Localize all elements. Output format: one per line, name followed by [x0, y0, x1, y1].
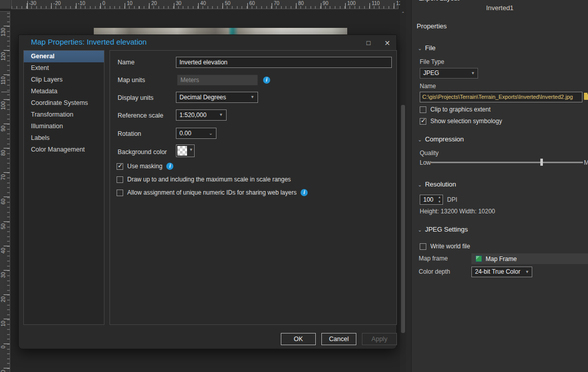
compression-section-header[interactable]: ⌄Compression — [418, 135, 464, 143]
quality-label: Quality — [420, 150, 438, 157]
v-ruler-label: 80 — [1, 150, 6, 156]
v-ruler-label: 100 — [1, 101, 6, 110]
name-label: Name — [118, 59, 134, 66]
maximize-icon[interactable]: □ — [364, 39, 373, 47]
layout-vertical-scrollbar[interactable]: ⌃ — [400, 0, 406, 372]
sidebar-item-clip-layers[interactable]: Clip Layers — [24, 74, 104, 86]
chevron-down-icon: ⌄ — [418, 182, 422, 188]
h-ruler-label: 10 — [127, 1, 132, 6]
quality-max-label: Max — [584, 159, 588, 166]
close-icon[interactable]: ✕ — [383, 39, 391, 47]
h-ruler-label: 100 — [347, 1, 356, 6]
sidebar-item-illumination[interactable]: Illumination — [24, 121, 104, 132]
background-color-picker[interactable]: ▼ — [176, 144, 195, 157]
v-ruler-label: 20 — [1, 296, 6, 302]
checkbox-unchecked[interactable] — [420, 106, 426, 113]
write-world-file-checkbox[interactable]: Write world file — [420, 243, 470, 250]
scrollbar-thumb[interactable] — [401, 105, 405, 333]
v-ruler-label: -10 — [1, 370, 6, 372]
cancel-button[interactable]: Cancel — [321, 333, 356, 345]
file-section-header[interactable]: ⌄File — [418, 44, 435, 52]
sidebar-item-color-management[interactable]: Color Management — [24, 144, 104, 156]
ruler-position-indicator — [27, 1, 28, 9]
properties-label: Properties — [417, 22, 447, 30]
show-selection-symbology-checkbox[interactable]: Show selection symbology — [420, 118, 502, 125]
pane-separator — [406, 0, 412, 372]
chevron-down-icon: ⌄ — [418, 227, 422, 233]
h-ruler-label: 20 — [152, 1, 157, 6]
quality-slider-track[interactable] — [431, 162, 583, 163]
h-ruler-label: 70 — [274, 1, 279, 6]
ok-button[interactable]: OK — [281, 333, 316, 345]
map-frame-icon — [475, 255, 482, 262]
v-ruler-label: 30 — [1, 272, 6, 278]
name-input[interactable]: Inverted elevation — [176, 57, 392, 68]
checkbox-checked[interactable] — [420, 118, 426, 125]
export-item-name: Inverted1 — [412, 4, 588, 12]
display-units-dropdown[interactable]: Decimal Degrees ▼ — [176, 92, 258, 103]
ruler-position-indicator — [2, 92, 9, 92]
pane-title-clipped: Export Layout — [412, 0, 588, 3]
checkbox-checked[interactable] — [117, 163, 123, 170]
chevron-down-icon: ▼ — [471, 68, 475, 78]
checkbox-unchecked[interactable] — [117, 176, 123, 183]
v-ruler-label: 120 — [1, 52, 6, 61]
checkbox-unchecked[interactable] — [420, 243, 426, 250]
use-masking-checkbox[interactable]: Use masking i — [117, 163, 173, 170]
chevron-down-icon: ▼ — [250, 92, 254, 102]
v-ruler-label: 130 — [1, 28, 6, 36]
h-ruler-label: 40 — [200, 1, 206, 6]
info-icon[interactable]: i — [263, 77, 270, 84]
sidebar-item-coordinate-systems[interactable]: Coordinate Systems — [24, 97, 104, 109]
info-icon[interactable]: i — [301, 189, 308, 196]
v-ruler-label: 70 — [1, 174, 6, 180]
v-ruler-label: 90 — [1, 126, 6, 131]
file-name-label: Name — [420, 83, 436, 90]
jpeg-settings-section-header[interactable]: ⌄JPEG Settings — [418, 226, 468, 233]
output-size-text: Height: 13200 Width: 10200 — [420, 208, 495, 215]
clip-to-graphics-extent-checkbox[interactable]: Clip to graphics extent — [420, 106, 491, 113]
h-ruler-label: 110 — [372, 1, 380, 6]
chevron-down-icon: ⌄ — [418, 137, 422, 142]
file-type-label: File Type — [420, 58, 444, 65]
quality-slider-thumb[interactable] — [540, 159, 543, 166]
file-type-dropdown[interactable]: JPEG ▼ — [420, 68, 478, 79]
rotation-combobox[interactable]: 0.00 ⌄ — [176, 128, 216, 139]
sidebar-item-labels[interactable]: Labels — [24, 132, 104, 144]
sidebar-item-general[interactable]: General — [24, 51, 104, 62]
scrollbar-up-arrow-icon[interactable]: ⌃ — [400, 11, 406, 16]
quality-low-label: Low — [420, 159, 431, 166]
info-icon[interactable]: i — [166, 163, 173, 170]
browse-folder-icon[interactable] — [584, 94, 588, 100]
h-ruler-label: 80 — [298, 1, 304, 6]
chevron-down-icon: ⌄ — [209, 128, 213, 138]
dialog-title: Map Properties: Inverted elevation — [31, 38, 146, 46]
sidebar-item-extent[interactable]: Extent — [24, 62, 104, 74]
dpi-spinner[interactable]: 100 ▲▼ — [420, 195, 443, 205]
color-depth-dropdown[interactable]: 24-bit True Color ▼ — [471, 267, 532, 277]
no-color-swatch — [177, 146, 187, 156]
h-ruler-label: 50 — [225, 1, 230, 6]
checkbox-unchecked[interactable] — [117, 190, 123, 196]
draw-up-to-max-scale-checkbox[interactable]: Draw up to and including the maximum sca… — [117, 176, 291, 183]
reference-scale-combobox[interactable]: 1:520,000 ▼ — [176, 109, 227, 121]
map-frame-label: Map frame — [419, 255, 448, 262]
resolution-section-header[interactable]: ⌄Resolution — [418, 180, 456, 188]
map-frame-dropdown[interactable]: Map Frame — [471, 253, 588, 264]
sidebar-item-transformation[interactable]: Transformation — [24, 109, 104, 121]
v-ruler-label: 110 — [1, 77, 6, 85]
dialog-sidebar: GeneralExtentClip LayersMetadataCoordina… — [23, 50, 104, 325]
background-color-label: Background color — [118, 148, 167, 156]
chevron-down-icon: ▼ — [189, 147, 193, 152]
file-path-input[interactable]: C:\gis\Projects\Terrain\Terrain_Exports\… — [420, 92, 582, 102]
spinner-arrows-icon[interactable]: ▲▼ — [438, 195, 441, 204]
layout-map-preview-strip — [94, 28, 347, 34]
apply-button: Apply — [362, 333, 397, 345]
chevron-down-icon: ▼ — [219, 110, 223, 120]
allow-numeric-ids-checkbox[interactable]: Allow assignment of unique numeric IDs f… — [117, 189, 308, 196]
h-ruler-label: 0 — [102, 1, 105, 6]
h-ruler-label: 30 — [176, 1, 181, 6]
map-units-input: Meters — [177, 75, 258, 86]
sidebar-item-metadata[interactable]: Metadata — [24, 86, 104, 97]
color-depth-label: Color depth — [419, 268, 450, 275]
